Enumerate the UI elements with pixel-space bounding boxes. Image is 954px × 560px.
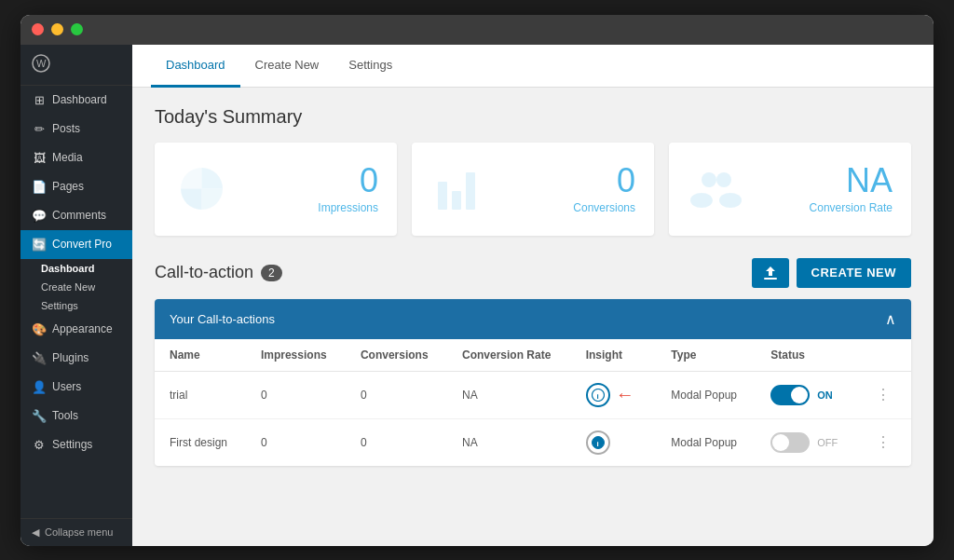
- insight-icon-first-design[interactable]: i: [586, 430, 610, 455]
- impressions-card: 0 Impressions: [155, 143, 397, 236]
- collapse-menu[interactable]: ◀ Collapse menu: [20, 518, 132, 546]
- main-content: Dashboard Create New Settings Today's Su…: [132, 45, 934, 546]
- toggle-knob: [772, 434, 789, 451]
- cta-badge: 2: [261, 265, 282, 281]
- table-header-row: Name Impressions Conversions Conversion …: [155, 339, 911, 372]
- arrow-annotation: ←: [616, 384, 638, 405]
- col-insight: Insight: [571, 339, 657, 372]
- svg-text:i: i: [596, 439, 598, 447]
- col-name: Name: [155, 339, 246, 372]
- col-status: Status: [756, 339, 856, 372]
- settings-icon: ⚙: [32, 438, 47, 452]
- svg-rect-3: [452, 191, 461, 210]
- posts-icon: ✏: [32, 122, 47, 136]
- toggle-on-trial[interactable]: [770, 385, 810, 405]
- impressions-label: Impressions: [244, 201, 378, 214]
- table-head: Name Impressions Conversions Conversion …: [155, 339, 911, 372]
- media-icon: 🖼: [32, 151, 47, 165]
- sidebar-item-media[interactable]: 🖼 Media: [20, 143, 132, 172]
- maximize-button[interactable]: [71, 23, 83, 35]
- sidebar-subitem-settings[interactable]: Settings: [20, 296, 132, 315]
- table-row: First design 0 0 NA i: [155, 418, 911, 466]
- sidebar-item-users[interactable]: 👤 Users: [20, 373, 132, 402]
- conversions-value: 0: [501, 164, 635, 198]
- svg-text:W: W: [36, 58, 47, 69]
- page-body: Today's Summary 0: [132, 88, 934, 485]
- svg-point-6: [716, 172, 731, 187]
- row-type-first-design: Modal Popup: [656, 418, 756, 466]
- conversions-label: Conversions: [501, 201, 635, 214]
- wordpress-icon: W: [32, 54, 50, 75]
- sidebar-item-convert-pro[interactable]: 🔄 Convert Pro: [20, 230, 132, 259]
- svg-text:i: i: [596, 391, 598, 400]
- sidebar-subitem-create-new[interactable]: Create New: [20, 278, 132, 296]
- red-arrow-icon: ←: [616, 384, 634, 405]
- dots-menu-trial[interactable]: ⋮: [872, 387, 894, 403]
- sidebar-item-pages[interactable]: 📄 Pages: [20, 172, 132, 201]
- svg-point-7: [690, 193, 713, 208]
- svg-rect-4: [466, 172, 475, 210]
- table-row: trial 0 0 NA i: [155, 371, 911, 418]
- sidebar-item-settings[interactable]: ⚙ Settings: [20, 430, 132, 459]
- row-conversion-rate-first-design: NA: [447, 418, 571, 466]
- row-insight-first-design: i: [571, 418, 657, 466]
- plugins-icon: 🔌: [32, 351, 47, 365]
- tab-settings[interactable]: Settings: [334, 45, 407, 88]
- tools-icon: 🔧: [32, 409, 47, 423]
- users-icon: 👤: [32, 380, 47, 394]
- sidebar-subitem-dashboard[interactable]: Dashboard: [20, 259, 132, 278]
- row-impressions-trial: 0: [246, 371, 346, 418]
- col-conversions: Conversions: [346, 339, 447, 372]
- sidebar-item-tools[interactable]: 🔧 Tools: [20, 402, 132, 430]
- comments-icon: 💬: [32, 209, 47, 223]
- create-new-button[interactable]: CREATE NEW: [797, 258, 911, 288]
- svg-point-8: [719, 193, 742, 208]
- content-area: W ⊞ Dashboard ✏ Posts 🖼 Media 📄 Pages 💬: [20, 45, 934, 546]
- impressions-data: 0 Impressions: [244, 164, 378, 214]
- conversion-rate-label: Conversion Rate: [758, 201, 893, 214]
- table-body: trial 0 0 NA i: [155, 371, 911, 466]
- cta-table-container: Your Call-to-actions ∧ Name Impressions …: [155, 299, 911, 466]
- row-conversion-rate-trial: NA: [447, 371, 571, 418]
- sidebar-logo: W: [20, 45, 132, 86]
- cta-buttons: CREATE NEW: [752, 258, 911, 288]
- conversions-icon: [430, 161, 486, 217]
- row-status-first-design: OFF: [756, 418, 856, 466]
- col-type: Type: [656, 339, 756, 372]
- toggle-off-first-design[interactable]: [770, 432, 810, 453]
- col-impressions: Impressions: [246, 339, 346, 372]
- table-collapse-icon[interactable]: ∧: [885, 310, 896, 328]
- close-button[interactable]: [32, 23, 44, 35]
- row-conversions-trial: 0: [346, 371, 447, 418]
- minimize-button[interactable]: [51, 23, 63, 35]
- col-actions: [857, 339, 911, 372]
- summary-title: Today's Summary: [155, 106, 911, 128]
- row-menu-first-design: ⋮: [857, 418, 911, 466]
- insight-icon-trial[interactable]: i: [586, 383, 610, 407]
- upload-button[interactable]: [752, 258, 789, 288]
- svg-rect-9: [764, 278, 777, 280]
- status-label-trial: ON: [817, 389, 833, 401]
- tabs-bar: Dashboard Create New Settings: [132, 45, 934, 88]
- dashboard-icon: ⊞: [32, 93, 47, 107]
- sidebar-item-plugins[interactable]: 🔌 Plugins: [20, 344, 132, 373]
- conversions-data: 0 Conversions: [501, 164, 635, 214]
- sidebar-item-posts[interactable]: ✏ Posts: [20, 115, 132, 143]
- sidebar-item-appearance[interactable]: 🎨 Appearance: [20, 315, 132, 344]
- row-name-trial[interactable]: trial: [155, 371, 246, 418]
- sidebar-item-comments[interactable]: 💬 Comments: [20, 201, 132, 230]
- titlebar: [20, 15, 934, 45]
- sidebar-item-dashboard[interactable]: ⊞ Dashboard: [20, 86, 132, 115]
- row-impressions-first-design: 0: [246, 418, 346, 466]
- tab-create-new[interactable]: Create New: [240, 45, 334, 88]
- tab-dashboard[interactable]: Dashboard: [151, 45, 240, 88]
- row-insight-trial: i ←: [571, 371, 657, 418]
- row-conversions-first-design: 0: [346, 418, 447, 466]
- row-name-first-design[interactable]: First design: [155, 418, 246, 466]
- row-menu-trial: ⋮: [857, 371, 911, 418]
- impressions-icon: [173, 161, 229, 217]
- table-header: Your Call-to-actions ∧: [155, 299, 911, 339]
- summary-cards: 0 Impressions: [155, 143, 911, 236]
- row-type-trial: Modal Popup: [656, 371, 756, 418]
- dots-menu-first-design[interactable]: ⋮: [872, 434, 894, 450]
